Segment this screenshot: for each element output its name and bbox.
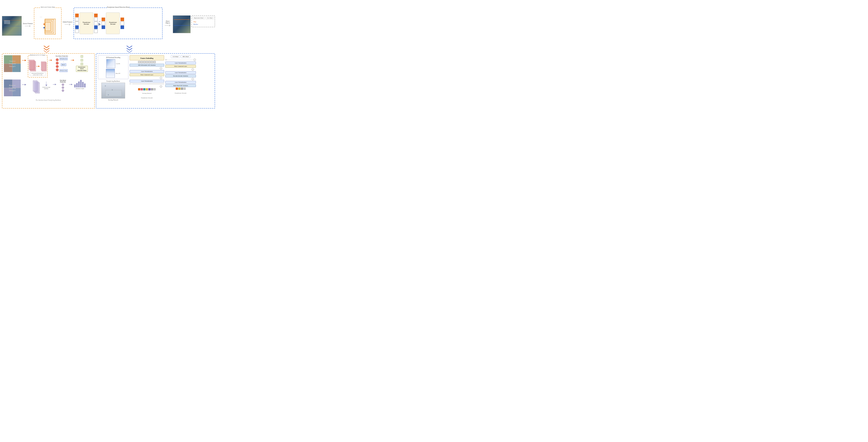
regression-head-box: Regression Head	[192, 17, 205, 19]
transformer-enc-bottom-label: Transformer Encoder	[141, 97, 153, 99]
query-gray-1	[75, 18, 79, 21]
dec-out-gray	[121, 22, 124, 25]
sel-blue	[102, 25, 105, 29]
transformer-decoder-label: Transformer Decoder	[107, 22, 118, 25]
layer-norm-2-block: Layer Normalization	[130, 80, 164, 83]
transformer-detection-head-label: Transformer- based Detection Head	[76, 66, 88, 72]
plus-circle-1: +	[160, 67, 162, 69]
fc-bottom-box: FC (C, C/r)	[59, 69, 68, 72]
pe-2d-label: 2D Positional Encoding	[99, 57, 127, 58]
scoring-network-label: Scoring Network	[108, 99, 118, 101]
plus-circle-3: +	[160, 85, 162, 88]
col-pe-box	[106, 59, 115, 68]
query-orange-filled	[75, 13, 79, 17]
decoder-output	[121, 18, 124, 29]
token-row-top	[130, 61, 164, 63]
fc-layer-block: Fully Connected Layer	[130, 73, 164, 76]
source-domain-images: Source Domain Images	[4, 55, 21, 72]
input-image	[2, 16, 22, 36]
mx-label: M ×	[165, 59, 168, 61]
decoder-token-row	[165, 88, 196, 90]
remote-sensing-images: Remote Sensing Images	[4, 80, 21, 96]
attention-backbone-label: The Attention-based Transfering Backbone	[36, 99, 61, 101]
dec-fc-layer: Fully Connected Layer	[165, 65, 196, 68]
ship-label: Ship	[193, 21, 213, 23]
attention-weight-chart	[74, 80, 86, 87]
multi-head-self-attn-block: Multi-Head Self-Attention	[165, 84, 196, 87]
dec-out-blue	[121, 25, 124, 29]
detection-head-box: Transformer-based Detection Head Transfo…	[73, 7, 162, 39]
bottleneck-label: Bottleneck of C2~C5 Stages	[30, 54, 45, 56]
transformer-encoder-box: Transformer Encoder	[80, 12, 93, 34]
sel-orange	[102, 18, 105, 21]
query-blue-filled	[75, 25, 79, 29]
selected-queries	[102, 18, 105, 29]
feature-embedding-section: Feature Embedding MH Deformable Self-Att…	[130, 55, 164, 107]
plus-circle-dec-3: +	[191, 78, 194, 80]
embed-features-label: Embed Features	[63, 21, 72, 23]
harbor-label: Harbor	[193, 24, 213, 25]
nonlinear-proj-rs-label: Non-linear Projection	[58, 80, 68, 83]
row-pe-box	[106, 69, 115, 78]
right-panel: 2D Positional Encoding Col-PE	[96, 53, 215, 109]
top-row: Extract Features Multi-scale Feature Map…	[2, 2, 215, 45]
transformer-decoder-section: CLS Head REG Head M × + Layer Normalizat…	[165, 55, 196, 107]
cls-head-dec-box: CLS Head	[171, 55, 180, 58]
output-image	[173, 16, 191, 33]
transferring-image: ✈ ✈ ✈	[101, 83, 125, 98]
left-panel: Source Domain Images Bottleneck of C2~C5…	[2, 53, 95, 109]
bottleneck-box: Bottleneck of C2~C5 Stages	[28, 55, 48, 78]
nonlinear-proj-label: Non-linear Projection	[56, 55, 68, 57]
enc-out-blue	[94, 25, 98, 29]
plus-circle-2: +	[160, 77, 162, 79]
token-row-bottom	[130, 88, 164, 90]
transferring-backbone-section: Transferring Backbone ✈ ✈ ✈ Scoring Netw…	[98, 80, 128, 101]
transferring-backbone-label: Transferring Backbone	[106, 80, 120, 82]
enc-out-orange	[94, 13, 98, 17]
feature-maps-box: Multi-scale Feature Maps .....	[34, 7, 62, 39]
projection-circles	[56, 58, 59, 71]
pe-section: 2D Positional Encoding Col-PE	[98, 55, 128, 79]
col-pe-label: Col-PE	[116, 63, 120, 64]
plus-circle-dec-1: +	[193, 59, 196, 61]
dec-out-orange	[121, 18, 124, 21]
rs-projection-circles	[62, 84, 64, 92]
detect-objects-label: Detect Objects	[164, 20, 172, 24]
source-domain-label: Source Domain Images	[9, 60, 16, 68]
down-arrows-blue	[126, 46, 132, 53]
relu-box: ReLU	[61, 63, 66, 66]
dec-layer-norm-2: Layer Normalization	[165, 71, 196, 74]
encoder-output	[94, 13, 98, 33]
detection-head-label: Transformer-based Detection Head	[107, 6, 129, 8]
feature-embedding-label: Feature Embedding	[140, 57, 153, 59]
cls-head-box: Cls. Head	[206, 17, 214, 19]
enc-dec-attn-block: Encoder-decoder Attention	[165, 75, 196, 77]
fc-top-box: FC (C/r, C)	[59, 57, 68, 60]
transformer-encoder-label: Transformer Encoder	[81, 22, 92, 25]
enc-out-gray-3	[94, 29, 98, 33]
transformer-dec-bottom-label: Transformer Decoder	[175, 92, 187, 94]
sel-label: Sel.	[99, 21, 101, 22]
pretrained-params-box: Pretrained Parameters: (conv, bn)×3, rel…	[30, 72, 45, 76]
regression-cls-heads: Regression Head Cls. Head Ship Harbor	[191, 16, 215, 27]
enc-out-gray-1	[94, 18, 98, 21]
transformer-decoder-box: Transformer Decoder	[106, 12, 120, 34]
remote-sensing-label: Remote Sensing Images	[9, 84, 16, 92]
main-diagram: Extract Features Multi-scale Feature Map…	[0, 0, 217, 111]
sel-gray	[102, 22, 105, 25]
layer-norm-1-block: Layer Normalization	[130, 70, 164, 73]
row-pe-label: Row-PE	[116, 72, 120, 74]
remote-feature-stacks	[28, 80, 40, 93]
feature-maps-label: Multi-scale Feature Maps	[41, 6, 55, 8]
scoring-net-enc-label: Scoring Network	[142, 92, 152, 94]
decoder-heads: CLS Head REG Head	[165, 55, 196, 58]
feature-embedding-header: Feature Embedding	[130, 55, 164, 60]
dec-layer-norm-1: Layer Normalization	[165, 62, 196, 64]
down-arrows-orange	[43, 46, 50, 53]
mh-deformable-attn-block: MH Deformable Self-Attention	[130, 64, 164, 66]
enc-out-gray-2	[94, 22, 98, 25]
dec-layer-norm-3: Layer Normalization	[165, 81, 196, 84]
global-avg-pooling-label: Global average pooling	[41, 86, 52, 89]
query-gray-2	[75, 22, 79, 25]
query-gray-3	[75, 29, 79, 33]
